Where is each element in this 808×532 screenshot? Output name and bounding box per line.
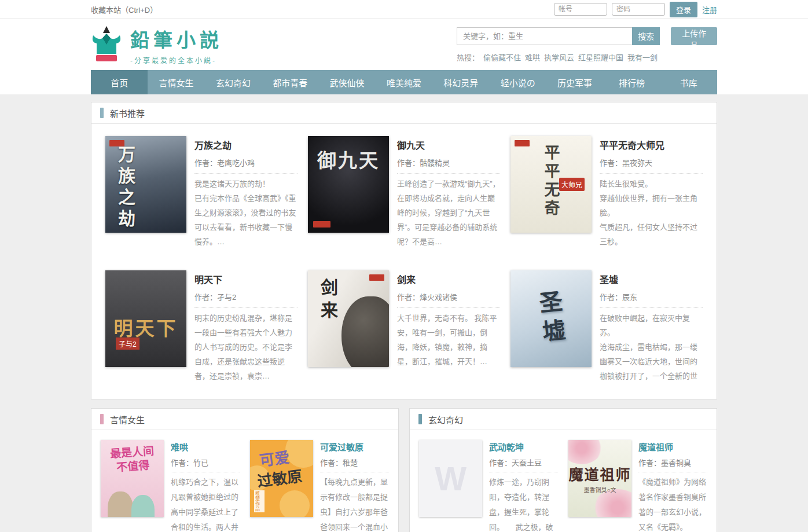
placeholder-logo-glyph: W <box>435 459 467 498</box>
book-description: 王峰创造了一款游戏“御九天”，在即将功成名就，走向人生巅峰的时候，穿越到了“九天… <box>397 177 500 249</box>
featured-book-card: 魔道祖师 墨香铜臭○文 魔道祖师 作者：墨香铜臭 《魔道祖师》为网络著名作家墨香… <box>568 440 707 532</box>
cover-title-text: 圣墟 <box>531 288 571 350</box>
book-title[interactable]: 武动乾坤 <box>489 441 558 453</box>
book-author: 作者：墨香铜臭 <box>638 457 707 472</box>
nav-item-history[interactable]: 历史军事 <box>546 70 603 94</box>
book-card: 万族之劫 万族之劫 作者：老鹰吃小鸡 我是这诸天万族的劫！ 已有完本作品《全球高… <box>105 136 298 249</box>
featured-book-card: W 武动乾坤 作者：天蚕土豆 修炼一途，乃窃阴阳，夺造化，转涅盘，握生死，掌轮回… <box>419 440 558 532</box>
book-title[interactable]: 平平无奇大师兄 <box>600 138 703 152</box>
book-author: 作者：辰东 <box>600 291 703 308</box>
hot-keyword[interactable]: 执掌风云 <box>544 53 574 62</box>
section-accent-bar <box>100 108 104 118</box>
hot-search-row: 热搜：偷偷藏不住难哄执掌风云红星照耀中国我有一剑 <box>457 52 717 63</box>
book-cover[interactable]: 明天下 子与2 <box>105 270 186 367</box>
book-author: 作者：老鹰吃小鸡 <box>194 157 298 174</box>
book-cover[interactable]: 魔道祖师 墨香铜臭○文 <box>568 440 631 517</box>
search-block: 搜索 上传作品 热搜：偷偷藏不住难哄执掌风云红星照耀中国我有一剑 <box>457 27 717 63</box>
book-title[interactable]: 魔道祖师 <box>638 441 707 453</box>
section-accent-bar <box>418 414 422 424</box>
nav-item-urban[interactable]: 都市青春 <box>262 70 318 94</box>
login-button[interactable]: 登录 <box>670 2 697 17</box>
account-input[interactable] <box>554 3 607 16</box>
book-title[interactable]: 可爱过敏原 <box>320 441 389 453</box>
cover-flower-art <box>568 440 602 464</box>
book-cover[interactable]: 最是人间不值得 <box>101 440 164 517</box>
section-title: 玄幻奇幻 <box>428 413 463 425</box>
romance-section: 言情女生 最是人间不值得 难哄 作者：竹已 机缘巧合之下，温以凡跟曾被她拒绝过的… <box>91 408 399 532</box>
book-author: 作者：稚楚 <box>320 457 389 472</box>
cover-author-tag: 稚楚作品 <box>254 490 265 512</box>
nav-item-ranking[interactable]: 排行榜 <box>603 70 660 94</box>
nav-item-scifi[interactable]: 科幻灵异 <box>432 70 489 94</box>
nav-item-fantasy[interactable]: 玄幻奇幻 <box>205 70 262 94</box>
book-description: 机缘巧合之下，温以凡跟曾被她拒绝过的高中同学桑延过上了合租的生活。两人井 <box>171 475 240 532</box>
nav-item-library[interactable]: 书库 <box>660 70 717 94</box>
nav-item-home[interactable]: 首页 <box>91 70 148 94</box>
hot-keyword[interactable]: 红星照耀中国 <box>578 53 623 62</box>
book-title[interactable]: 剑来 <box>397 272 500 286</box>
book-card: 平平无奇 大师兄 平平无奇大师兄 作者：黑夜弥天 陆长生很难受。 穿越仙侠世界，… <box>510 136 703 249</box>
book-author: 作者：骷髅精灵 <box>397 157 500 174</box>
nav-item-pure-love[interactable]: 唯美纯爱 <box>376 70 432 94</box>
book-author: 作者：黑夜弥天 <box>600 157 703 174</box>
book-title[interactable]: 明天下 <box>194 272 298 286</box>
book-author: 作者：天蚕土豆 <box>489 457 558 472</box>
hot-search-label: 热搜： <box>457 53 479 62</box>
cover-title-text: 剑来 <box>315 278 340 324</box>
book-title[interactable]: 难哄 <box>171 441 240 453</box>
book-title[interactable]: 万族之劫 <box>194 138 298 152</box>
cover-seal-text: 大师兄 <box>559 178 585 191</box>
upload-work-button[interactable]: 上传作品 <box>671 27 717 45</box>
book-card: 圣墟 圣墟 作者：辰东 在破败中崛起，在寂灭中复苏。 沧海成尘，雷电枯竭，那一缕… <box>510 270 703 383</box>
book-description: 《魔道祖师》为网络著名作家墨香铜臭所著的一部玄幻小说，又名《无羁》。 <box>638 475 707 532</box>
book-cover[interactable]: 剑来 <box>308 270 389 367</box>
book-cover[interactable]: 御九天 <box>308 136 389 233</box>
cover-figure-art <box>108 491 133 517</box>
cover-title-text: 明天下 <box>105 313 186 341</box>
cover-title-text: 魔道祖师 <box>568 463 631 484</box>
site-logo[interactable]: 鉛筆小説 -分享最爱的全本小説- <box>91 25 223 65</box>
section-title: 新书推荐 <box>110 107 145 119</box>
book-author: 作者：竹已 <box>171 457 240 472</box>
publisher-badge <box>515 140 530 146</box>
book-cover[interactable]: 可爱 过敏原 稚楚作品 <box>250 440 313 517</box>
section-header: 新书推荐 <box>91 102 717 124</box>
book-description: 大千世界，无奇不有。 我陈平安，唯有一剑，可搬山，倒海，降妖，镇魔，敕神，摘星，… <box>397 311 500 369</box>
nav-item-romance[interactable]: 言情女生 <box>148 70 204 94</box>
book-cover-placeholder[interactable]: W <box>419 440 482 517</box>
book-cover[interactable]: 万族之劫 <box>105 136 186 233</box>
hot-keyword[interactable]: 难哄 <box>525 53 540 62</box>
section-accent-bar <box>100 414 104 424</box>
book-cover[interactable]: 平平无奇 大师兄 <box>510 136 592 233</box>
hot-keyword[interactable]: 偷偷藏不住 <box>483 53 521 62</box>
password-input[interactable] <box>612 3 665 16</box>
book-cover[interactable]: 圣墟 <box>510 270 592 367</box>
main-nav: 首页 言情女生 玄幻奇幻 都市青春 武侠仙侠 唯美纯爱 科幻灵异 轻小说の 历史… <box>0 70 808 94</box>
cover-author-tag: 墨香铜臭○文 <box>568 485 631 494</box>
book-card: 剑来 剑来 作者：烽火戏诸侯 大千世界，无奇不有。 我陈平安，唯有一剑，可搬山，… <box>308 270 500 383</box>
pencil-logo-icon <box>91 25 122 64</box>
site-tagline: -分享最爱的全本小説- <box>130 55 223 65</box>
book-title[interactable]: 御九天 <box>397 138 500 152</box>
register-link[interactable]: 注册 <box>702 4 717 15</box>
search-button[interactable]: 搜索 <box>632 27 660 45</box>
cover-decor-circle <box>280 490 310 517</box>
nav-item-wuxia[interactable]: 武侠仙侠 <box>318 70 375 94</box>
book-author: 作者：烽火戏诸侯 <box>397 291 500 308</box>
topbar: 收藏本站（Ctrl+D） 登录 注册 <box>0 0 808 19</box>
search-input[interactable] <box>457 27 632 45</box>
logo-text: 鉛筆小説 -分享最爱的全本小説- <box>130 25 223 65</box>
cover-figure-art <box>341 296 389 367</box>
hot-keyword[interactable]: 我有一剑 <box>627 53 658 62</box>
site-header: 鉛筆小説 -分享最爱的全本小説- 搜索 上传作品 热搜：偷偷藏不住难哄执掌风云红… <box>0 19 808 70</box>
book-description: 陆长生很难受。 穿越仙侠世界，拥有一张主角脸。 气质超凡，任何女人坚持不过三秒。 <box>600 177 703 249</box>
book-title[interactable]: 圣墟 <box>600 272 703 286</box>
section-title: 言情女生 <box>110 413 145 425</box>
nav-item-light-novel[interactable]: 轻小说の <box>490 70 546 94</box>
book-card: 明天下 子与2 明天下 作者：孑与2 明末的历史纷乱混杂，堪称是一段由一些有着强… <box>105 270 298 383</box>
favorite-site-link[interactable]: 收藏本站（Ctrl+D） <box>91 4 157 15</box>
cover-author-tag: 子与2 <box>116 337 139 350</box>
book-description: 在破败中崛起，在寂灭中复苏。 沧海成尘，雷电枯竭，那一缕幽雾又一次临近大地，世间… <box>600 311 703 383</box>
book-author: 作者：孑与2 <box>194 291 298 308</box>
new-books-grid: 万族之劫 万族之劫 作者：老鹰吃小鸡 我是这诸天万族的劫！ 已有完本作品《全球高… <box>91 124 717 399</box>
